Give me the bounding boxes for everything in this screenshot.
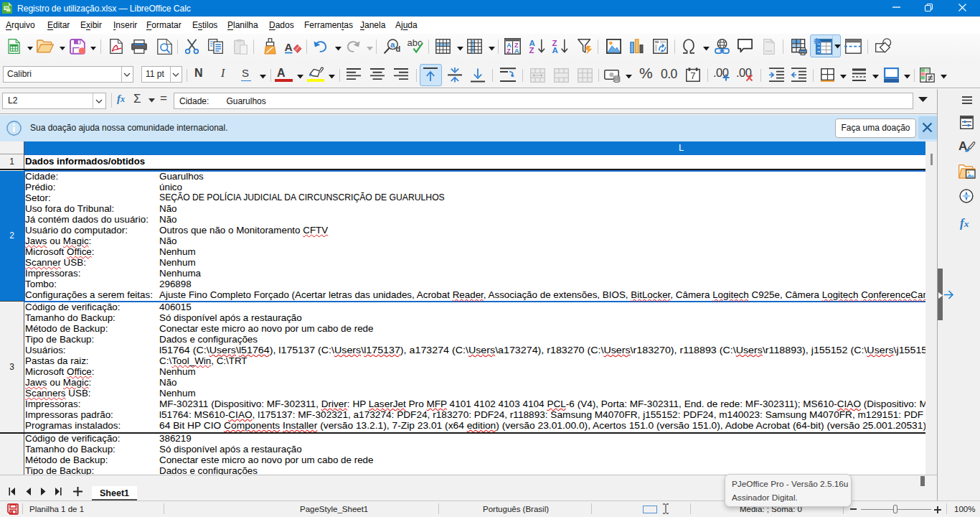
svg-text:A: A: [285, 41, 293, 53]
svg-text:Z: Z: [507, 47, 511, 55]
svg-text:A: A: [514, 47, 519, 55]
svg-text:a: a: [390, 40, 395, 49]
svg-text:7: 7: [690, 70, 695, 81]
svg-text:d: d: [396, 45, 401, 53]
svg-text:Z: Z: [529, 46, 534, 55]
svg-text:A: A: [552, 46, 558, 55]
